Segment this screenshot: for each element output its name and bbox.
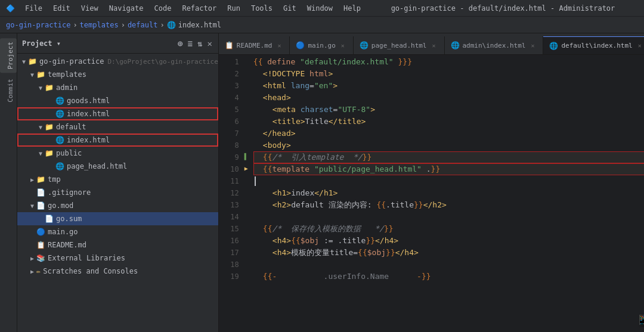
panel-action-4[interactable]: ✕ (206, 38, 213, 49)
tree-root[interactable]: ▼ 📁 go-gin-practice D:\goProject\go-gin-… (17, 55, 218, 68)
menu-help[interactable]: Help (339, 3, 366, 14)
tab-maingo[interactable]: 🔵 main.go ✕ (290, 36, 353, 54)
breadcrumb: go-gin-practice › templates › default › … (0, 17, 644, 33)
tree-templates[interactable]: ▼ 📁 templates (17, 68, 218, 81)
code-line-8: <body> (253, 139, 644, 151)
menu-edit[interactable]: Edit (48, 3, 75, 14)
tree-root-label: go-gin-practice (39, 57, 104, 66)
tree-readme-label: README.md (48, 241, 86, 249)
editor-content: 1 2 3 4 5 6 7 8 9 10 11 12 13 14 15 16 1… (219, 55, 644, 332)
panel-title[interactable]: Project ▾ (22, 39, 61, 48)
tab-adminindex-label: admin\index.html (463, 42, 526, 49)
tab-pagehead[interactable]: 🌐 page_head.html ✕ (354, 36, 445, 54)
code-line-15: {{/* 保存传入模板的数据 */}} (253, 223, 644, 235)
public-folder-icon: 📁 (45, 149, 54, 157)
tab-defaultindex-label: default\index.html (561, 42, 632, 49)
watermark-icon: 📱 (636, 314, 644, 326)
tree-default-index[interactable]: ▶ 🌐 index.html (17, 134, 218, 147)
tree-gomod[interactable]: ▼ 📄 go.mod (17, 199, 218, 212)
code-line-4: <head> (253, 92, 644, 104)
line-numbers: 1 2 3 4 5 6 7 8 9 10 11 12 13 14 15 16 1… (219, 55, 244, 332)
tab-adminindex-close[interactable]: ✕ (528, 41, 537, 49)
page-head-icon: 🌐 (55, 162, 64, 170)
tree-tmp[interactable]: ▶ 📁 tmp (17, 173, 218, 186)
adminindex-tab-icon: 🌐 (451, 41, 460, 49)
tree-public[interactable]: ▼ 📁 public (17, 147, 218, 160)
tree-page-head[interactable]: ▶ 🌐 page_head.html (17, 160, 218, 173)
menu-navigate[interactable]: Navigate (104, 3, 148, 14)
tree-admin-index[interactable]: ▶ 🌐 index.html (17, 107, 218, 120)
tree-admin[interactable]: ▼ 📁 admin (17, 81, 218, 94)
templates-folder-icon: 📁 (36, 70, 45, 79)
code-line-5: <meta charset="UTF-8"> (253, 104, 644, 116)
tab-maingo-close[interactable]: ✕ (339, 41, 347, 49)
admin-folder-icon: 📁 (45, 83, 54, 92)
tab-readme-close[interactable]: ✕ (275, 41, 283, 49)
tree-gitignore[interactable]: ▶ 📄 .gitignore (17, 186, 218, 199)
defaultindex-tab-icon: 🌐 (549, 42, 558, 50)
tab-defaultindex[interactable]: 🌐 default\index.html ✕ (543, 36, 644, 54)
menu-tools[interactable]: Tools (246, 3, 277, 14)
maingo-icon: 🔵 (36, 228, 45, 236)
code-line-7: </head> (253, 128, 644, 139)
tab-pagehead-close[interactable]: ✕ (430, 41, 438, 49)
menu-view[interactable]: View (76, 3, 103, 14)
side-tab-project[interactable]: Project (0, 38, 17, 73)
gosum-icon: 📄 (45, 215, 54, 223)
tree-readme[interactable]: ▶ 📋 README.md (17, 238, 218, 252)
menu-git[interactable]: Git (278, 3, 301, 14)
panel-action-2[interactable]: ≡ (187, 38, 194, 49)
code-area[interactable]: {{ define "default/index.html" }}} <!DOC… (249, 55, 644, 332)
code-line-18 (253, 259, 644, 271)
tree-gitignore-label: .gitignore (48, 188, 91, 197)
tab-adminindex[interactable]: 🌐 admin\index.html ✕ (445, 36, 544, 54)
tree-gosum-label: go.sum (56, 215, 82, 223)
tree-scratches[interactable]: ▶ ✏️ Scratches and Consoles (17, 265, 218, 278)
scratches-icon: ✏️ (36, 267, 41, 275)
gitignore-icon: 📄 (36, 188, 45, 197)
default-folder-icon: 📁 (45, 123, 54, 131)
breadcrumb-templates[interactable]: templates (80, 21, 119, 29)
default-index-icon: 🌐 (55, 136, 64, 144)
tree-public-label: public (56, 149, 82, 157)
breadcrumb-root[interactable]: go-gin-practice (6, 21, 70, 29)
breadcrumb-default[interactable]: default (128, 21, 158, 29)
tree-admin-label: admin (56, 83, 78, 92)
menu-window[interactable]: Window (302, 3, 338, 14)
tree-gosum[interactable]: ▶ 📄 go.sum (17, 212, 218, 225)
tree-page-head-label: page_head.html (67, 162, 127, 170)
side-tab-commit[interactable]: Commit (0, 75, 17, 106)
admin-index-icon: 🌐 (55, 110, 64, 118)
window-title: go-gin-practice - default/index.html - A… (367, 4, 639, 13)
line-indicator: ▌ ▶ (244, 55, 249, 332)
project-panel: Project ▾ ⊕ ≡ ⇅ ✕ ▼ 📁 go-gin-practice D:… (17, 33, 219, 332)
panel-action-1[interactable]: ⊕ (177, 38, 184, 49)
editor-area: 📋 README.md ✕ 🔵 main.go ✕ 🌐 page_head.ht… (219, 33, 644, 332)
pagehead-tab-icon: 🌐 (360, 41, 369, 49)
watermark: 📱 海洋的渔夫 (636, 314, 644, 326)
tree-external-libs[interactable]: ▶ 📚 External Libraries (17, 252, 218, 265)
panel-action-3[interactable]: ⇅ (196, 38, 203, 49)
menu-run[interactable]: Run (222, 3, 245, 14)
tab-defaultindex-close[interactable]: ✕ (636, 42, 644, 50)
tab-maingo-label: main.go (308, 42, 335, 49)
code-line-2: <!DOCTYPE html> (253, 68, 644, 80)
tree-admin-index-label: index.html (67, 110, 110, 118)
tree-templates-label: templates (48, 70, 86, 79)
tree-maingo[interactable]: ▶ 🔵 main.go (17, 225, 218, 238)
tree-goods-html[interactable]: ▶ 🌐 goods.html (17, 94, 218, 107)
tab-readme-label: README.md (237, 42, 273, 49)
code-line-14 (253, 211, 644, 223)
tab-readme[interactable]: 📋 README.md ✕ (219, 36, 290, 54)
readme-icon: 📋 (36, 241, 45, 249)
gomod-icon: 📄 (36, 201, 45, 210)
menu-refactor[interactable]: Refactor (177, 3, 221, 14)
menu-file[interactable]: File (20, 3, 47, 14)
tab-pagehead-label: page_head.html (371, 42, 427, 49)
tabs-bar: 📋 README.md ✕ 🔵 main.go ✕ 🌐 page_head.ht… (219, 33, 644, 55)
tree-default[interactable]: ▼ 📁 default (17, 120, 218, 134)
breadcrumb-file: index.html (178, 21, 221, 29)
menu-code[interactable]: Code (150, 3, 177, 14)
external-libs-icon: 📚 (36, 254, 45, 262)
code-line-12: <h1>index</h1> (253, 187, 644, 199)
